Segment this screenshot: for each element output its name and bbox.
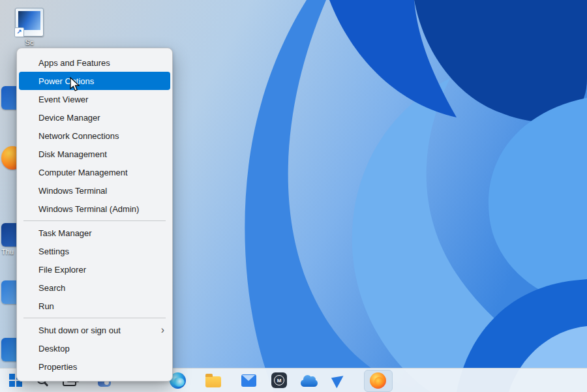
shortcut-arrow-icon: ↗ [14,27,24,37]
m-app-icon: M [271,372,287,388]
menu-item-computer-management[interactable]: Computer Management [17,163,172,181]
menu-item-task-manager[interactable]: Task Manager [17,224,172,242]
menu-item-desktop[interactable]: Desktop [17,339,172,357]
taskbar-firefox-button[interactable] [369,371,387,389]
taskbar-mail-button[interactable] [239,371,258,389]
taskbar-onedrive-button[interactable] [300,371,318,389]
menu-item-disk-management[interactable]: Disk Management [17,145,172,163]
mail-icon [241,374,256,387]
menu-item-device-manager[interactable]: Device Manager [17,108,172,127]
paper-plane-icon [331,372,347,388]
menu-item-shut-down-or-sign-out[interactable]: Shut down or sign out › [17,321,172,339]
taskbar-file-explorer-button[interactable] [204,371,222,389]
menu-item-windows-terminal[interactable]: Windows Terminal [17,181,172,200]
shortcut-thumbnail: ↗ [15,8,44,37]
menu-item-event-viewer[interactable]: Event Viewer [17,90,172,108]
onedrive-cloud-icon [301,380,318,387]
winx-context-menu: Apps and Features Power Options Event Vi… [16,48,173,382]
taskbar-m-app-button[interactable]: M [270,371,288,389]
menu-item-run[interactable]: Run [17,297,172,315]
taskbar-paper-plane-button[interactable] [330,371,348,389]
menu-separator [23,220,166,221]
menu-item-file-explorer[interactable]: File Explorer [17,260,172,279]
menu-item-apps-and-features[interactable]: Apps and Features [17,53,172,72]
partial-icon-label: Thu [1,248,14,256]
folder-icon [205,376,221,387]
menu-item-properties[interactable]: Properties [17,357,172,376]
menu-item-network-connections[interactable]: Network Connections [17,127,172,145]
menu-item-label: Shut down or sign out [38,325,121,335]
chevron-right-icon: › [161,325,164,335]
firefox-icon [370,372,386,389]
menu-separator [23,318,166,318]
menu-item-settings[interactable]: Settings [17,242,172,260]
menu-item-windows-terminal-admin[interactable]: Windows Terminal (Admin) [17,200,172,218]
menu-item-search[interactable]: Search [17,279,172,297]
m-app-glyph: M [274,375,284,385]
menu-item-power-options[interactable]: Power Options [19,72,170,90]
